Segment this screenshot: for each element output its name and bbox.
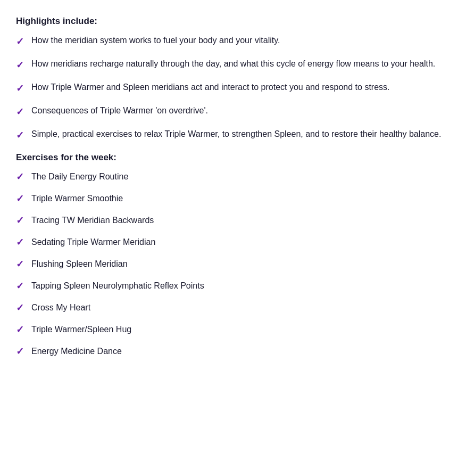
- highlight-item-text: How the meridian system works to fuel yo…: [31, 34, 280, 47]
- exercise-item: ✓Tracing TW Meridian Backwards: [16, 214, 450, 226]
- exercise-item: ✓Triple Warmer Smoothie: [16, 192, 450, 204]
- check-icon: ✓: [16, 280, 24, 292]
- highlight-item: ✓Consequences of Triple Warmer 'on overd…: [16, 104, 450, 119]
- exercises-heading: Exercises for the week:: [16, 152, 450, 163]
- exercise-item-text: Triple Warmer Smoothie: [31, 194, 123, 203]
- exercise-item: ✓Tapping Spleen Neurolymphatic Reflex Po…: [16, 280, 450, 292]
- check-icon: ✓: [16, 258, 24, 270]
- highlights-section: Highlights include: ✓How the meridian sy…: [16, 16, 450, 143]
- check-icon: ✓: [16, 215, 24, 226]
- exercises-section: Exercises for the week: ✓The Daily Energ…: [16, 152, 450, 357]
- check-icon: ✓: [16, 236, 24, 248]
- check-icon: ✓: [16, 81, 24, 96]
- highlight-item: ✓How the meridian system works to fuel y…: [16, 34, 450, 49]
- exercise-item-text: Triple Warmer/Spleen Hug: [31, 325, 131, 334]
- exercise-item: ✓Flushing Spleen Meridian: [16, 258, 450, 270]
- exercise-item-text: The Daily Energy Routine: [31, 172, 128, 182]
- exercise-item: ✓Cross My Heart: [16, 301, 450, 314]
- exercise-item-text: Tracing TW Meridian Backwards: [31, 216, 154, 225]
- check-icon: ✓: [16, 302, 24, 314]
- highlight-item: ✓How Triple Warmer and Spleen meridians …: [16, 81, 450, 96]
- exercise-item-text: Cross My Heart: [31, 303, 90, 313]
- check-icon: ✓: [16, 193, 24, 204]
- highlights-list: ✓How the meridian system works to fuel y…: [16, 34, 450, 143]
- exercise-item-text: Flushing Spleen Meridian: [31, 259, 128, 269]
- highlight-item-text: Consequences of Triple Warmer 'on overdr…: [31, 104, 208, 117]
- check-icon: ✓: [16, 346, 24, 357]
- check-icon: ✓: [16, 105, 24, 119]
- check-icon: ✓: [16, 35, 24, 49]
- highlight-item: ✓Simple, practical exercises to relax Tr…: [16, 128, 450, 143]
- exercise-item: ✓Energy Medicine Dance: [16, 345, 450, 357]
- exercise-item: ✓Sedating Triple Warmer Meridian: [16, 236, 450, 248]
- check-icon: ✓: [16, 58, 24, 72]
- check-icon: ✓: [16, 128, 24, 143]
- exercises-list: ✓The Daily Energy Routine✓Triple Warmer …: [16, 170, 450, 357]
- highlights-heading: Highlights include:: [16, 16, 450, 27]
- exercise-item: ✓Triple Warmer/Spleen Hug: [16, 323, 450, 335]
- check-icon: ✓: [16, 324, 24, 335]
- exercise-item-text: Energy Medicine Dance: [31, 347, 122, 356]
- check-icon: ✓: [16, 171, 24, 183]
- highlight-item-text: Simple, practical exercises to relax Tri…: [31, 128, 441, 141]
- highlight-item: ✓How meridians recharge naturally throug…: [16, 58, 450, 72]
- exercise-item-text: Tapping Spleen Neurolymphatic Reflex Poi…: [31, 281, 204, 291]
- highlight-item-text: How Triple Warmer and Spleen meridians a…: [31, 81, 390, 94]
- exercise-item-text: Sedating Triple Warmer Meridian: [31, 237, 155, 247]
- exercise-item: ✓The Daily Energy Routine: [16, 170, 450, 183]
- highlight-item-text: How meridians recharge naturally through…: [31, 58, 435, 70]
